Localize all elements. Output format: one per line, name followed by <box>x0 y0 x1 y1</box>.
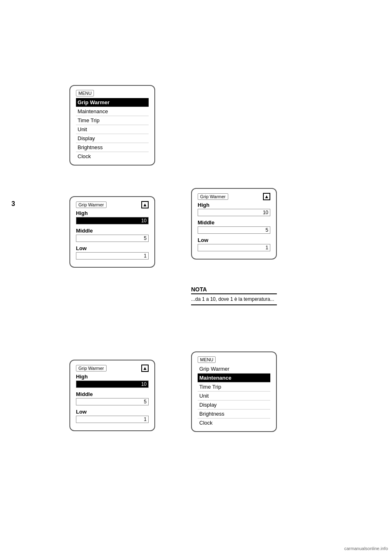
grip-high-bar-2: 10 <box>76 380 149 388</box>
grip-middle-value: 5 <box>144 235 147 241</box>
grip-row-middle-2[interactable]: Middle 5 <box>76 391 149 405</box>
grip-warmer-panel-top-right: Grip Warmer ▲ High 10 Middle 5 Low 1 <box>191 188 277 260</box>
grip-row-low[interactable]: Low 1 <box>76 245 149 260</box>
grip-warmer-label-bl2: Grip Warmer <box>76 365 107 371</box>
grip-low-value-2: 1 <box>144 416 147 422</box>
grip-low-label: Low <box>76 245 149 251</box>
grip-middle-label-2: Middle <box>76 391 149 397</box>
menu-item-maintenance[interactable]: Maintenance <box>76 107 149 116</box>
menu-header-label: MENU <box>76 90 94 96</box>
grip-high-value-tr: 10 <box>263 210 268 215</box>
menu-item-clock[interactable]: Clock <box>76 152 149 161</box>
nota-bottom-line <box>191 304 277 305</box>
menu-panel-top-left: MENU Grip Warmer Maintenance Time Trip U… <box>69 85 155 166</box>
grip-middle-bar-tr: 5 <box>198 226 270 234</box>
menu-item-maintenance-br[interactable]: Maintenance <box>198 374 270 383</box>
grip-row-low-tr[interactable]: Low 1 <box>198 237 270 251</box>
grip-middle-value-2: 5 <box>144 399 147 405</box>
grip-low-bar-tr: 1 <box>198 244 270 251</box>
menu-item-time-trip-br[interactable]: Time Trip <box>198 383 270 392</box>
grip-low-value: 1 <box>144 253 147 259</box>
grip-middle-value-tr: 5 <box>265 227 268 233</box>
footer-watermark: carmanualsonline.info <box>344 546 388 551</box>
grip-low-value-tr: 1 <box>265 245 268 251</box>
menu-item-brightness-br[interactable]: Brightness <box>198 410 270 418</box>
menu-item-clock-br[interactable]: Clock <box>198 418 270 427</box>
grip-row-high[interactable]: High 10 <box>76 210 149 224</box>
grip-row-low-2[interactable]: Low 1 <box>76 409 149 423</box>
grip-high-label: High <box>76 210 149 216</box>
grip-row-high-2[interactable]: High 10 <box>76 374 149 388</box>
menu-item-unit[interactable]: Unit <box>76 125 149 134</box>
grip-warmer-label-tr: Grip Warmer <box>198 193 228 200</box>
grip-warmer-label-bl: Grip Warmer <box>76 201 107 208</box>
menu-item-display-br[interactable]: Display <box>198 401 270 410</box>
nota-text: ...da 1 a 10, dove 1 è la temperatura... <box>191 296 277 303</box>
grip-high-label-tr: High <box>198 202 270 208</box>
grip-high-value: 10 <box>141 218 147 224</box>
menu-item-display[interactable]: Display <box>76 134 149 143</box>
grip-high-bar-tr: 10 <box>198 209 270 216</box>
grip-high-label-2: High <box>76 374 149 380</box>
grip-low-bar-2: 1 <box>76 416 149 423</box>
grip-low-label-tr: Low <box>198 237 270 243</box>
menu-item-brightness[interactable]: Brightness <box>76 143 149 152</box>
nota-section: NOTA ...da 1 a 10, dove 1 è la temperatu… <box>191 286 277 305</box>
grip-middle-label-tr: Middle <box>198 219 270 226</box>
menu-header-label-br: MENU <box>198 356 216 363</box>
warning-icon-tr: ▲ <box>263 193 270 200</box>
grip-middle-label: Middle <box>76 228 149 234</box>
grip-warmer-panel-bottom-left: Grip Warmer ▲ High 10 Middle 5 Low 1 <box>69 196 155 268</box>
grip-middle-bar-2: 5 <box>76 398 149 405</box>
grip-high-bar: 10 <box>76 217 149 224</box>
grip-middle-bar: 5 <box>76 235 149 242</box>
menu-item-time-trip[interactable]: Time Trip <box>76 116 149 125</box>
grip-row-high-tr[interactable]: High 10 <box>198 202 270 216</box>
page-number: 3 <box>11 200 15 208</box>
menu-item-grip-warmer[interactable]: Grip Warmer <box>76 98 149 107</box>
menu-item-unit-br[interactable]: Unit <box>198 392 270 401</box>
grip-low-bar: 1 <box>76 252 149 260</box>
grip-row-middle[interactable]: Middle 5 <box>76 228 149 242</box>
grip-low-label-2: Low <box>76 409 149 415</box>
nota-title: NOTA <box>191 286 277 294</box>
menu-item-grip-warmer-br[interactable]: Grip Warmer <box>198 365 270 374</box>
grip-high-value-2: 10 <box>141 381 147 387</box>
warning-icon-bl: ▲ <box>141 201 149 208</box>
warning-icon-bl2: ▲ <box>141 365 149 372</box>
menu-panel-bottom-right: MENU Grip Warmer Maintenance Time Trip U… <box>191 351 277 432</box>
grip-row-middle-tr[interactable]: Middle 5 <box>198 219 270 234</box>
grip-warmer-panel-bottom-left-2: Grip Warmer ▲ High 10 Middle 5 Low 1 <box>69 360 155 431</box>
